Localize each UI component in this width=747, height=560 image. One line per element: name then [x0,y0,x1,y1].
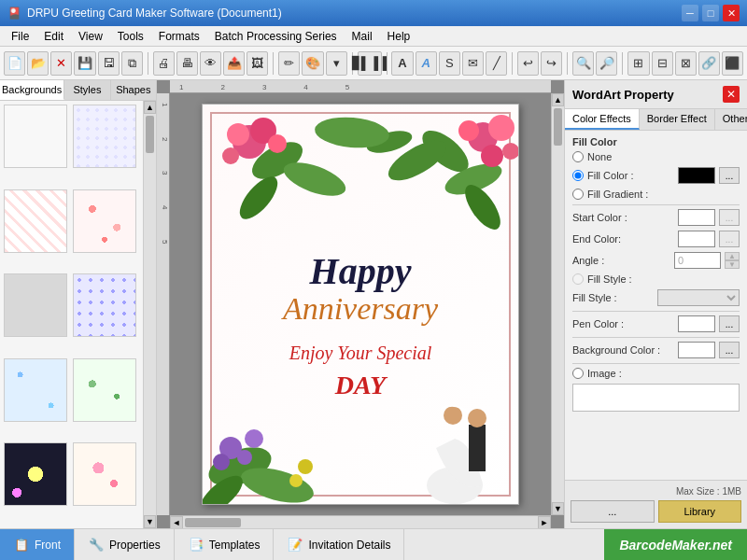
background-color-dots-button[interactable]: ... [719,342,740,358]
invitation-details-button[interactable]: 📝 Invitation Details [274,529,404,560]
menu-file[interactable]: File [4,28,36,45]
menu-formats[interactable]: Formats [151,28,207,45]
scroll-up-arrow[interactable]: ▲ [144,101,156,114]
tab-backgrounds[interactable]: Backgrounds [0,80,64,100]
front-button[interactable]: 📋 Front [0,529,75,560]
fill-gradient-radio[interactable] [572,189,584,200]
extra3-button[interactable]: ⊠ [675,51,697,76]
fill-color-swatch[interactable] [678,167,715,184]
tab-border-effect[interactable]: Border Effect [640,109,715,130]
barcode-button[interactable]: ▊▌▐▐ [358,51,382,76]
save-as-button[interactable]: 🖫 [98,51,120,76]
list-item[interactable] [4,442,67,506]
tab-others[interactable]: Others [715,109,747,130]
canvas-vertical-scrollbar[interactable]: ▲ ▼ [551,93,564,515]
menu-view[interactable]: View [71,28,110,45]
wordart-dots-button[interactable]: ... [571,500,655,523]
redo-button[interactable]: ↪ [541,51,562,76]
none-radio[interactable] [572,151,584,162]
panel-scrollbar[interactable]: ▲ ▼ [143,101,156,528]
export-button[interactable]: 📤 [223,51,245,76]
new-button[interactable]: 📄 [4,51,25,76]
list-item[interactable] [73,189,136,253]
fill-color-radio[interactable] [572,170,584,181]
scroll-thumb[interactable] [146,116,154,153]
image-button[interactable]: 🖼 [247,51,268,76]
scroll-down-arrow[interactable]: ▼ [144,515,156,528]
menu-batch-processing[interactable]: Batch Processing Series [207,28,345,45]
shape-button[interactable]: S [439,51,460,76]
canvas-scroll-up[interactable]: ▲ [552,93,564,106]
canvas-horizontal-scrollbar[interactable]: ◄ ► [170,515,551,528]
library-button[interactable]: Library [658,500,742,523]
undo-button[interactable]: ↩ [517,51,539,76]
svg-point-25 [237,450,252,465]
line-button[interactable]: ╱ [486,51,507,76]
wordart-property-panel: WordArt Property ✕ Color Effects Border … [564,80,747,528]
tab-color-effects[interactable]: Color Effects [565,109,640,130]
extra1-button[interactable]: ⊞ [627,51,649,76]
window-controls[interactable]: ─ □ ✕ [682,5,740,21]
pen-button[interactable]: ✏ [278,51,300,76]
tab-shapes[interactable]: Shapes [111,80,156,100]
color-button[interactable]: 🎨 [302,51,323,76]
canvas-scroll-thumb-v[interactable] [554,108,562,146]
list-item[interactable] [73,358,136,422]
list-item[interactable] [4,189,67,253]
pen-color-swatch[interactable] [678,315,715,332]
tab-styles[interactable]: Styles [64,80,110,100]
menu-edit[interactable]: Edit [36,28,71,45]
arrow-button[interactable]: ▾ [326,51,347,76]
list-item[interactable] [73,105,136,168]
zoom-out-button[interactable]: 🔎 [596,51,617,76]
card-text-anniversary: Anniversary [203,291,518,327]
text-button[interactable]: A [391,51,413,76]
fill-color-label: Fill Color : [587,170,674,181]
canvas-main[interactable]: Happy Anniversary Enjoy Your Special DAY [170,93,551,515]
close-doc-button[interactable]: ✕ [50,51,72,76]
canvas-hscroll-thumb[interactable] [185,518,241,527]
list-item[interactable] [4,358,67,422]
templates-button[interactable]: 📑 Templates [175,529,275,560]
list-item[interactable] [4,105,67,168]
menu-tools[interactable]: Tools [110,28,151,45]
properties-label: Properties [109,539,161,552]
canvas-hscroll-track[interactable] [183,516,538,528]
canvas-scroll-track-v[interactable] [552,106,564,502]
copy-button[interactable]: ⧉ [121,51,143,76]
extra4-button[interactable]: 🔗 [698,51,720,76]
menu-mail[interactable]: Mail [345,28,380,45]
list-item[interactable] [73,442,136,506]
toolbar: 📄 📂 ✕ 💾 🖫 ⧉ 🖨 🖶 👁 📤 🖼 ✏ 🎨 ▾ ▊▌▐▐ A A S ✉… [0,47,747,80]
wordart-button[interactable]: A [416,51,437,76]
titlebar: 🎴 DRPU Greeting Card Maker Software (Doc… [0,0,747,26]
zoom-in-button[interactable]: 🔍 [572,51,594,76]
pen-color-dots-button[interactable]: ... [719,315,740,332]
menu-help[interactable]: Help [380,28,418,45]
extra2-button[interactable]: ⊟ [652,51,673,76]
properties-button[interactable]: 🔧 Properties [75,529,175,560]
background-color-swatch[interactable] [678,342,715,358]
canvas-scroll-left[interactable]: ◄ [170,516,183,528]
fill-color-dots-button[interactable]: ... [719,167,740,184]
save-button[interactable]: 💾 [74,51,95,76]
svg-point-8 [227,123,249,146]
print-button[interactable]: 🖨 [153,51,175,76]
image-radio[interactable] [572,368,584,379]
maximize-button[interactable]: □ [702,5,719,21]
print2-button[interactable]: 🖶 [176,51,198,76]
list-item[interactable] [4,273,67,337]
invitation-icon: 📝 [287,537,303,553]
scroll-track[interactable] [144,114,156,515]
wordart-close-button[interactable]: ✕ [723,86,740,103]
list-item[interactable] [73,273,136,337]
close-button[interactable]: ✕ [723,5,740,21]
canvas-scroll-down[interactable]: ▼ [552,502,564,515]
canvas-scroll-right[interactable]: ► [538,516,551,528]
preview-button[interactable]: 👁 [200,51,221,76]
extra5-button[interactable]: ⬛ [722,51,743,76]
minimize-button[interactable]: ─ [682,5,698,21]
symbol-button[interactable]: ✉ [462,51,484,76]
open-button[interactable]: 📂 [27,51,49,76]
svg-point-31 [444,406,462,425]
